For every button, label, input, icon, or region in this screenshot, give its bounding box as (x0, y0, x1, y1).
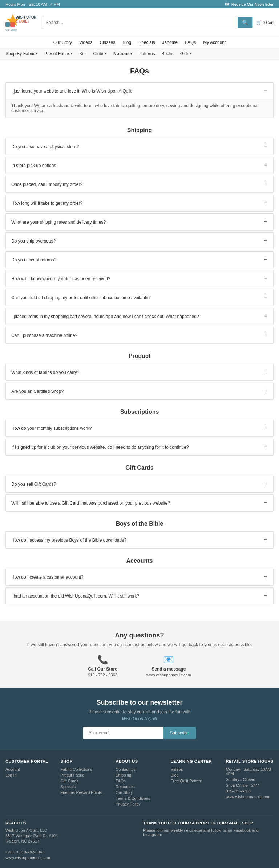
reach-address1: 8817 Westgate Park Dr. #104 (5, 834, 136, 838)
faq-question-prev-club[interactable]: If I signed up for a club on your previo… (6, 439, 273, 455)
faq-question-cart-issue[interactable]: I placed items in my shopping cart sever… (6, 308, 273, 325)
faq-question-overseas[interactable]: Do you ship overseas? + (6, 233, 273, 249)
faq-plus-icon: + (264, 573, 268, 581)
faq-question-certified[interactable]: Are you an Certified Shop? + (6, 383, 273, 399)
footer-phone: 919-782-6363 (226, 789, 274, 793)
footer-link-terms[interactable]: Terms & Conditions (116, 796, 163, 800)
faq-plus-icon: + (264, 331, 268, 339)
newsletter-brand: Wish Upon A Quilt (5, 716, 274, 721)
nav-shop-by-fabric[interactable]: Shop By Fabric ▾ (5, 51, 38, 56)
footer-link-faqs[interactable]: FAQs (116, 779, 163, 783)
footer-link-contact[interactable]: Contact Us (116, 767, 163, 771)
logo[interactable]: WISH UPON a QUILT Our Stony (5, 12, 38, 33)
section-accounts: Accounts (5, 558, 274, 564)
contact-message: 📧 Send a message www.wishuponaquilt.com (146, 655, 191, 677)
nav-faqs[interactable]: FAQs (185, 40, 196, 45)
footer-link-resources[interactable]: Resources (116, 785, 163, 789)
faq-plus-icon: + (264, 180, 268, 188)
faq-question-hold-shipping[interactable]: Can you hold off shipping my order until… (6, 289, 273, 306)
nav-blog[interactable]: Blog (122, 40, 131, 45)
nav-videos[interactable]: Videos (79, 40, 92, 45)
nav-precut-fabric[interactable]: Precut Fabric ▾ (44, 51, 73, 56)
chevron-down-icon: ▾ (71, 52, 73, 56)
faq-plus-icon: + (264, 424, 268, 432)
footer-link-precut[interactable]: Precut Fabric (61, 773, 109, 777)
footer-link-our-story[interactable]: Our Story (116, 790, 163, 795)
nav-my-account[interactable]: My Account (203, 40, 226, 45)
nav-specials[interactable]: Specials (138, 40, 155, 45)
faq-item-certified: Are you an Certified Shop? + (5, 383, 274, 400)
header-icons: 🛒 0 Cart (256, 20, 274, 25)
faq-answer-general: Thank you! We are a husband & wife team … (6, 99, 273, 118)
search-button[interactable]: 🔍 (238, 17, 252, 28)
faq-question-bible-downloads[interactable]: How do I access my previous Boys of the … (6, 532, 273, 548)
nav-clubs[interactable]: Clubs ▾ (93, 51, 107, 56)
faq-question-old-account[interactable]: I had an account on the old WishUponaQui… (6, 588, 273, 604)
footer-link-gift-cards[interactable]: Gift Cards (61, 779, 109, 783)
faq-plus-icon: + (264, 536, 268, 544)
call-label: Call Our Store (88, 667, 117, 672)
nav-our-story[interactable]: Our Story (53, 40, 72, 45)
faq-plus-icon: + (264, 313, 268, 320)
faq-item-delivery-time: How long will it take to get my order? + (5, 195, 274, 212)
faq-question-shipping-rates[interactable]: What are your shipping rates and deliver… (6, 214, 273, 230)
page-content: FAQs I just found your website and love … (0, 60, 279, 614)
faq-question-monthly-subs[interactable]: How do your monthly subscriptions work? … (6, 420, 273, 436)
footer-link-shipping[interactable]: Shipping (116, 773, 163, 777)
footer-col-store-hours: RETAIL STORE HOURS Monday - Saturday 10A… (226, 759, 274, 808)
faq-item-prev-club: If I signed up for a club on your previo… (5, 439, 274, 456)
search-input[interactable] (42, 17, 238, 28)
footer-link-rewards[interactable]: Fuentas Reward Points (61, 790, 109, 795)
footer-link-privacy[interactable]: Privacy Policy (116, 802, 163, 806)
faq-plus-icon: + (264, 199, 268, 207)
faq-question-prev-gift-card[interactable]: Will I still be able to use a Gift Card … (6, 495, 273, 511)
faq-question-order-received[interactable]: How will I know when my order has been r… (6, 270, 273, 287)
faq-item-order-received: How will I know when my order has been r… (5, 270, 274, 287)
footer-link-specials[interactable]: Specials (61, 785, 109, 789)
message-value: www.wishuponaquilt.com (146, 673, 191, 677)
faq-question-physical-store[interactable]: Do you also have a physical store? + (6, 138, 273, 155)
faq-question-create-account[interactable]: How do I create a customer account? + (6, 569, 273, 585)
faq-item-physical-store: Do you also have a physical store? + (5, 138, 274, 155)
cart-button[interactable]: 🛒 0 Cart (256, 20, 274, 25)
footer-link-blog[interactable]: Blog (171, 773, 219, 777)
footer-link-account[interactable]: Account (5, 767, 53, 771)
faq-question-returns[interactable]: Do you accept returns? + (6, 252, 273, 268)
faq-question-modify-order[interactable]: Once placed, can I modify my order? + (6, 176, 273, 192)
footer-link-fabric-collections[interactable]: Fabric Collections (61, 767, 109, 771)
primary-nav: Our Story Videos Classes Blog Specials J… (0, 37, 279, 48)
cart-label: Cart (266, 20, 274, 25)
nav-patterns[interactable]: Patterns (139, 51, 155, 56)
newsletter-email-input[interactable] (83, 727, 163, 739)
svg-text:WISH UPON: WISH UPON (16, 15, 37, 19)
newsletter-link[interactable]: 📧 Receive Our Newsletter (225, 2, 274, 7)
faq-item-returns: Do you accept returns? + (5, 251, 274, 268)
nav-janome[interactable]: Janome (162, 40, 178, 45)
nav-notions[interactable]: Notions ▾ (113, 51, 132, 56)
footer-website[interactable]: www.wishuponaquilt.com (226, 795, 274, 799)
footer-col-title-learning: LEARNING CENTER (171, 759, 219, 763)
footer-col-title-customer: CUSTOMER PORTAL (5, 759, 53, 763)
newsletter-subscribe-button[interactable]: Subscribe (163, 727, 195, 739)
faq-question-delivery-time[interactable]: How long will it take to get my order? + (6, 195, 273, 211)
faq-question-sell-gift-cards[interactable]: Do you sell Gift Cards? + (6, 476, 273, 492)
footer-link-login[interactable]: Log In (5, 773, 53, 777)
faq-question-general[interactable]: I just found your website and love it. W… (6, 83, 273, 99)
faq-question-pickup[interactable]: In store pick up options + (6, 157, 273, 174)
nav-books[interactable]: Books (161, 51, 173, 56)
faq-question-machine-online[interactable]: Can I purchase a machine online? + (6, 327, 273, 343)
footer-col-title-hours: RETAIL STORE HOURS (226, 759, 274, 763)
faq-plus-icon: + (264, 143, 268, 150)
faq-plus-icon: + (264, 592, 268, 600)
faq-question-fabrics[interactable]: What kinds of fabrics do you carry? + (6, 364, 273, 380)
footer-link-videos[interactable]: Videos (171, 767, 219, 771)
reach-website[interactable]: www.wishuponaquilt.com (5, 855, 136, 860)
section-boys-of-bible: Boys of the Bible (5, 521, 274, 527)
chevron-down-icon: ▾ (105, 52, 107, 56)
nav-gifts[interactable]: Gifts ▾ (180, 51, 192, 56)
footer-link-quilt-pattern[interactable]: Free Quilt Pattern (171, 779, 219, 783)
nav-kits[interactable]: Kits (79, 51, 86, 56)
reach-phone[interactable]: Call Us 919-782-6363 (5, 850, 136, 854)
nav-classes[interactable]: Classes (100, 40, 116, 45)
footer: CUSTOMER PORTAL Account Log In SHOP Fabr… (0, 750, 279, 868)
